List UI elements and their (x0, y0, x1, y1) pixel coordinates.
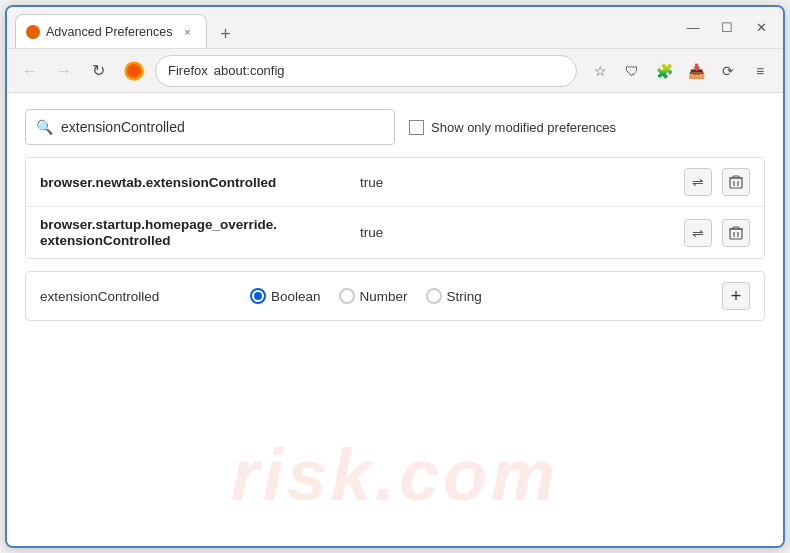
refresh-button[interactable]: ↻ (83, 56, 113, 86)
search-box[interactable]: 🔍 (25, 109, 395, 145)
sync-button[interactable]: ⟳ (713, 56, 743, 86)
type-radio-group: Boolean Number String (250, 288, 482, 304)
window-controls: — ☐ ✕ (679, 14, 775, 42)
nav-icons: ☆ 🛡 🧩 📥 ⟳ ≡ (585, 56, 775, 86)
radio-string[interactable]: String (426, 288, 482, 304)
pref-name-1: browser.newtab.extensionControlled (40, 175, 350, 190)
show-modified-label[interactable]: Show only modified preferences (409, 120, 616, 135)
tab-title: Advanced Preferences (46, 25, 172, 39)
back-button[interactable]: ← (15, 56, 45, 86)
show-modified-text: Show only modified preferences (431, 120, 616, 135)
radio-number[interactable]: Number (339, 288, 408, 304)
forward-button[interactable]: → (49, 56, 79, 86)
browser-window: Advanced Preferences × + — ☐ ✕ ← → ↻ Fir… (5, 5, 785, 548)
radio-number-circle[interactable] (339, 288, 355, 304)
pref-name-2-line1: browser.startup.homepage_override. (40, 217, 350, 232)
download-button[interactable]: 📥 (681, 56, 711, 86)
reset-button-2[interactable]: ⇌ (684, 219, 712, 247)
svg-rect-3 (730, 178, 742, 188)
row-actions-2: ⇌ (684, 219, 750, 247)
pref-name-2-line2: extensionControlled (40, 233, 350, 248)
address-bar[interactable]: Firefox about:config (155, 55, 577, 87)
radio-number-label: Number (360, 289, 408, 304)
navigation-bar: ← → ↻ Firefox about:config ☆ 🛡 🧩 📥 ⟳ ≡ (7, 49, 783, 93)
radio-boolean[interactable]: Boolean (250, 288, 321, 304)
tab-close-button[interactable]: × (178, 23, 196, 41)
delete-button-1[interactable] (722, 168, 750, 196)
svg-rect-7 (730, 229, 742, 239)
bookmark-button[interactable]: ☆ (585, 56, 615, 86)
watermark: risk.com (231, 434, 559, 516)
extensions-button[interactable]: 🧩 (649, 56, 679, 86)
tab-favicon (26, 25, 40, 39)
pref-value-1: true (360, 175, 674, 190)
pref-value-2: true (360, 225, 674, 240)
svg-point-2 (130, 66, 138, 74)
add-preference-button[interactable]: + (722, 282, 750, 310)
menu-button[interactable]: ≡ (745, 56, 775, 86)
radio-boolean-label: Boolean (271, 289, 321, 304)
table-row: browser.newtab.extensionControlled true … (26, 158, 764, 207)
browser-name: Firefox (168, 63, 208, 78)
radio-boolean-circle[interactable] (250, 288, 266, 304)
radio-string-circle[interactable] (426, 288, 442, 304)
search-row: 🔍 Show only modified preferences (25, 109, 765, 145)
content-area: risk.com 🔍 Show only modified preference… (7, 93, 783, 546)
shield-button[interactable]: 🛡 (617, 56, 647, 86)
row-actions-1: ⇌ (684, 168, 750, 196)
search-input[interactable] (61, 119, 384, 135)
search-icon: 🔍 (36, 119, 53, 135)
tab-area: Advanced Preferences × + (15, 7, 679, 48)
minimize-button[interactable]: — (679, 14, 707, 42)
new-tab-button[interactable]: + (211, 20, 239, 48)
new-pref-name: extensionControlled (40, 289, 230, 304)
title-bar: Advanced Preferences × + — ☐ ✕ (7, 7, 783, 49)
close-button[interactable]: ✕ (747, 14, 775, 42)
pref-name-2: browser.startup.homepage_override. exten… (40, 217, 350, 248)
show-modified-checkbox[interactable] (409, 120, 424, 135)
results-table: browser.newtab.extensionControlled true … (25, 157, 765, 259)
reset-button-1[interactable]: ⇌ (684, 168, 712, 196)
add-preference-row: extensionControlled Boolean Number Strin… (25, 271, 765, 321)
active-tab[interactable]: Advanced Preferences × (15, 14, 207, 48)
firefox-logo (121, 58, 147, 84)
address-text: about:config (214, 63, 285, 78)
table-row: browser.startup.homepage_override. exten… (26, 207, 764, 258)
delete-button-2[interactable] (722, 219, 750, 247)
radio-string-label: String (447, 289, 482, 304)
maximize-button[interactable]: ☐ (713, 14, 741, 42)
